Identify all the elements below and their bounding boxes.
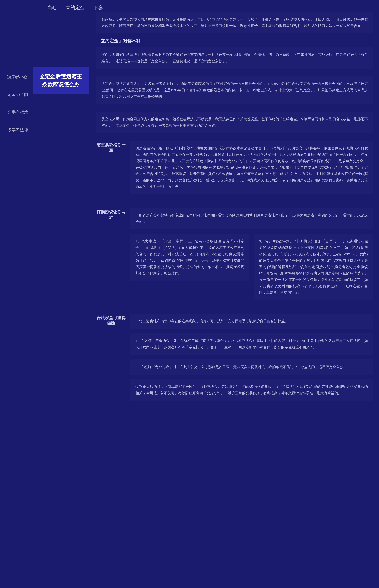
top-header: 当心 立约定金 下套 [47, 4, 379, 11]
standing-deposit-label: 「立约定金」对你不利 [96, 38, 373, 44]
sidebar-item-1: 购房者小心! [3, 74, 32, 80]
legal-rights-content: 针对上述房地产销售中存在的这类现象，购房者可以从如下几方面着手，以保护自己的合法… [130, 313, 373, 405]
hegemony-text-block: 购房者在签订购(订购或预订)协议时，往往关注的是该认购协议本身是否公平合理，不会… [130, 141, 373, 194]
hegemony-text: 购房者在签订购(订购或预订)协议时，往往关注的是该认购协议本身是否公平合理，不会… [135, 145, 368, 190]
header-item-3: 下套 [94, 4, 103, 11]
sidebar-item-3: 文字有把戏 [3, 109, 32, 115]
legal-expansion-section: 从立法来看，作为合同担保方式的定金种类，随着社会经济的不断发展，我国法律已作了扩… [96, 112, 373, 133]
order-agreement-intro-text: 一般的房产公司都聘请有专业的法律顾问，法律顾问通常会巧妙运用法律和利用购房者法律… [135, 212, 368, 225]
order-agreement-cols: 1、条文中含有「定金」字样，但开发商不会明确注名为「何种定金」，而是将《（担保法… [130, 234, 373, 305]
order-right-text2: 3、为了便协议特别是《补充协议》更加「合理化」，开发商通常还在前述淡淡情况的基础… [259, 238, 368, 296]
order-col-left: 1、条文中含有「定金」字样，但开发商不会明确注名为「何种定金」，而是将《（担保法… [130, 234, 250, 305]
sidebar-item-4: 多学习法律 [3, 127, 32, 133]
left-sidebar: 购房者小心! 定金绑合同 文字有把戏 多学习法律 [3, 74, 32, 133]
legal-expansion-block: 从立法来看，作为合同担保方式的定金种类，随着社会经济的不断发展，我国法律已作了扩… [96, 112, 373, 133]
order-agreement-label: 订购协议让你两难 [96, 208, 126, 220]
sidebar-item-2: 定金绑合同 [3, 92, 32, 98]
legal-rights-intro-block: 针对上述房地产销售中存在的这类现象，购房者可以从如下几方面着手，以保护自己的合法… [130, 313, 373, 329]
definition-deposit-text: 「定金」或「定金罚则」，许多购房者并不陌生。购房者知道较多的是：交付定金的一方不… [101, 81, 368, 100]
hegemony-section: 霸王条款格你一军 购房者在签订购(订购或预订)协议时，往往关注的是该认购协议本身… [96, 141, 373, 199]
header-item-1: 当心 [47, 4, 57, 11]
page-container: 当心 立约定金 下套 购房者小心! 定金绑合同 文字有把戏 多学习法律 交定金后… [0, 0, 379, 588]
legal-rights-section: 合法权益可望得保障 针对上述房地产销售中存在的这类现象，购房者可以从如下几方面着… [96, 313, 373, 405]
order-agreement-intro: 一般的房产公司都聘请有专业的法律顾问，法律顾问通常会巧妙运用法律和利用购房者法律… [130, 208, 373, 229]
legal-rights-special: 特别要提醒的是，《商品房买卖合同》、《补充协议》等法律文件，有较多的格式条款，《… [135, 384, 368, 396]
order-right-text2-block: 3、为了便协议特别是《补充协议》更加「合理化」，开发商通常还在前述淡淡情况的基础… [254, 234, 373, 300]
order-right-text1: 1、条文中含有「定金」字样，但开发商不会明确注名为「何种定金」，而是将《（担保法… [135, 238, 244, 277]
legal-rights-label: 合法权益可望得保障 [96, 313, 126, 326]
standing-deposit-section: 「立约定金」对你不利 然而，四川省社科院法学研究所专家谢国强要提醒购房者重要的是… [96, 38, 373, 68]
hegemony-content: 购房者在签订购(订购或预订)协议时，往往关注的是该认购协议本身是否公平合理，不会… [130, 141, 373, 199]
intro-block: 买商品房，是老百姓较大的消费或投资行为，尤其是随着近两年房地产市场的持续走热，买… [96, 12, 373, 33]
order-agreement-section: 订购协议让你两难 一般的房产公司都聘请有专业的法律顾问，法律顾问通常会巧妙运用法… [96, 208, 373, 305]
definition-deposit-block: 「定金」或「定金罚则」，许多购房者并不陌生。购房者知道较多的是：交付定金的一方不… [96, 76, 373, 104]
legal-rights-special-block: 特别要提醒的是，《商品房买卖合同》、《补充协议》等法律文件，有较多的格式条款，《… [130, 379, 373, 401]
legal-rights-item1: 1、在签订「定金协议」前，先详细了解《商品房买卖合同》及《补充协议》等法律文件的… [135, 338, 368, 350]
order-agreement-content: 一般的房产公司都聘请有专业的法律顾问，法律顾问通常会巧妙运用法律和利用购房者法律… [130, 208, 373, 305]
legal-rights-item2-block: 2、在签订「定金协议」时，在其上补充一句，那就是如果双方无法买卖合同及补充协议的… [130, 359, 373, 375]
center-box: 交定金后遭遇霸王条款应该怎么办 [32, 67, 89, 95]
content-area: 买商品房，是老百姓较大的消费或投资行为，尤其是随着近两年房地产市场的持续走热，买… [96, 12, 373, 414]
intro-text: 买商品房，是老百姓较大的消费或投资行为，尤其是随着近两年房地产市场的持续走热，买… [101, 16, 368, 29]
order-col-right: 3、为了便协议特别是《补充协议》更加「合理化」，开发商通常还在前述淡淡情况的基础… [254, 234, 373, 305]
hegemony-label: 霸王条款格你一军 [96, 141, 126, 153]
legal-rights-item2: 2、在签订「定金协议」时，在其上补充一句，那就是如果双方无法买卖合同及补充协议的… [135, 364, 368, 370]
legal-rights-intro: 针对上述房地产销售中存在的这类现象，购房者可以从如下几方面着手，以保护自己的合法… [135, 318, 368, 324]
legal-rights-item1-block: 1、在签订「定金协议」前，先详细了解《商品房买卖合同》及《补充协议》等法律文件的… [130, 333, 373, 355]
order-right-text1-block: 1、条文中含有「定金」字样，但开发商不会明确注名为「何种定金」，而是将《（担保法… [130, 234, 250, 281]
definition-deposit-section: 「定金」或「定金罚则」，许多购房者并不陌生。购房者知道较多的是：交付定金的一方不… [96, 76, 373, 104]
order-agreement-inner: 订购协议让你两难 一般的房产公司都聘请有专业的法律顾问，法律顾问通常会巧妙运用法… [96, 208, 373, 305]
standing-deposit-text: 然而，四川省社科院法学研究所专家谢国强要提醒购房者重要的是，一种迅速被开发商利用… [101, 51, 368, 64]
standing-deposit-block: 然而，四川省社科院法学研究所专家谢国强要提醒购房者重要的是，一种迅速被开发商利用… [96, 47, 373, 68]
header-item-2: 立约定金 [66, 4, 85, 11]
legal-expansion-text: 从立法来看，作为合同担保方式的定金种类，随着社会经济的不断发展，我国法律已作了扩… [101, 116, 368, 129]
